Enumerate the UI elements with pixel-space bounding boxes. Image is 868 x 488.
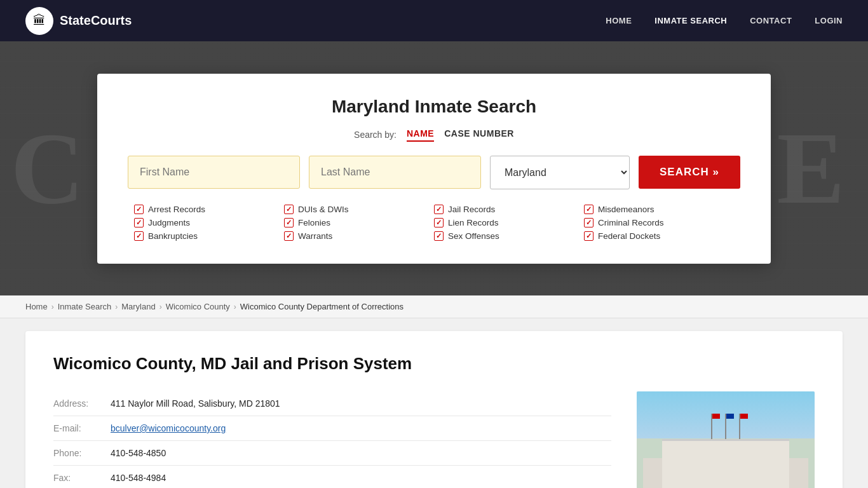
checkbox[interactable] [434, 218, 444, 227]
content-card: Wicomico County, MD Jail and Prison Syst… [25, 331, 843, 488]
search-by-row: Search by: NAME CASE NUMBER [128, 128, 740, 142]
fax-value: 410-548-4984 [111, 466, 611, 489]
facility-photo [637, 391, 815, 488]
check-label: Misdemeanors [598, 205, 654, 214]
check-label: Federal Dockets [598, 231, 660, 241]
checkbox[interactable] [284, 231, 294, 241]
main-nav: HOME INMATE SEARCH CONTACT LOGIN [606, 16, 843, 25]
address-row: Address: 411 Naylor Mill Road, Salisbury… [53, 391, 611, 416]
flagpole-3 [739, 414, 740, 439]
check-item: Misdemeanors [584, 205, 734, 214]
checkbox[interactable] [584, 205, 593, 214]
address-label: Address: [53, 391, 111, 416]
search-button[interactable]: SEARCH » [639, 156, 740, 189]
check-item: Felonies [284, 218, 434, 227]
last-name-input[interactable] [309, 156, 481, 189]
check-item: DUIs & DWIs [284, 205, 434, 214]
check-item: Lien Records [434, 218, 584, 227]
nav-contact[interactable]: CONTACT [750, 16, 792, 25]
email-label: E-mail: [53, 416, 111, 441]
check-item: Bankruptcies [134, 231, 284, 241]
checklist-grid: Arrest RecordsDUIs & DWIsJail RecordsMis… [128, 205, 740, 241]
checkbox[interactable] [284, 218, 294, 227]
flag-3 [740, 414, 748, 419]
email-link[interactable]: bculver@wicomicocounty.org [111, 423, 226, 433]
breadcrumb-current: Wicomico County Department of Correction… [240, 302, 403, 311]
checkbox[interactable] [134, 231, 144, 241]
logo-icon: 🏛 [25, 7, 53, 35]
phone-label: Phone: [53, 441, 111, 466]
hero-section: COURTHOUSE Maryland Inmate Search Search… [0, 41, 868, 295]
check-label: Sex Offenses [448, 231, 499, 241]
check-label: Warrants [298, 231, 332, 241]
phone-value: 410-548-4850 [111, 441, 611, 466]
checkbox[interactable] [584, 218, 593, 227]
facility-body: Address: 411 Naylor Mill Road, Salisbury… [53, 391, 815, 488]
breadcrumb-link[interactable]: Maryland [121, 302, 155, 311]
breadcrumb-link[interactable]: Wicomico County [166, 302, 230, 311]
flag-2 [726, 414, 734, 419]
phone-row: Phone: 410-548-4850 [53, 441, 611, 466]
logo-text: StateCourts [60, 13, 132, 28]
tab-case-number[interactable]: CASE NUMBER [444, 128, 514, 142]
fax-row: Fax: 410-548-4984 [53, 466, 611, 489]
building-main [662, 439, 789, 488]
breadcrumb-separator: › [115, 302, 118, 311]
check-label: DUIs & DWIs [298, 205, 349, 214]
email-row: E-mail: bculver@wicomicocounty.org [53, 416, 611, 441]
state-select[interactable]: AlabamaAlaskaArizonaArkansasCaliforniaCo… [490, 156, 630, 189]
check-label: Jail Records [448, 205, 495, 214]
breadcrumb-separator: › [51, 302, 54, 311]
nav-inmate-search[interactable]: INMATE SEARCH [654, 16, 727, 25]
flag-1 [712, 414, 720, 419]
check-item: Sex Offenses [434, 231, 584, 241]
check-item: Criminal Records [584, 218, 734, 227]
logo[interactable]: 🏛 StateCourts [25, 7, 132, 35]
address-value: 411 Naylor Mill Road, Salisbury, MD 2180… [111, 391, 611, 416]
info-table: Address: 411 Naylor Mill Road, Salisbury… [53, 391, 611, 488]
facility-title: Wicomico County, MD Jail and Prison Syst… [53, 354, 815, 374]
search-by-label: Search by: [354, 130, 397, 140]
check-item: Jail Records [434, 205, 584, 214]
facility-image [637, 391, 815, 488]
checkbox[interactable] [434, 205, 444, 214]
check-label: Lien Records [448, 218, 499, 227]
breadcrumb-separator: › [234, 302, 236, 311]
first-name-input[interactable] [128, 156, 300, 189]
nav-login[interactable]: LOGIN [815, 16, 843, 25]
flagpole-1 [711, 414, 712, 439]
check-label: Judgments [148, 218, 190, 227]
check-label: Bankruptcies [148, 231, 198, 241]
search-card: Maryland Inmate Search Search by: NAME C… [97, 74, 771, 264]
facility-info: Address: 411 Naylor Mill Road, Salisbury… [53, 391, 611, 488]
check-item: Federal Dockets [584, 231, 734, 241]
checkbox[interactable] [134, 218, 144, 227]
breadcrumb: Home›Inmate Search›Maryland›Wicomico Cou… [0, 295, 868, 318]
checkbox[interactable] [284, 205, 294, 214]
check-label: Arrest Records [148, 205, 205, 214]
breadcrumb-separator: › [159, 302, 162, 311]
search-inputs-row: AlabamaAlaskaArizonaArkansasCaliforniaCo… [128, 156, 740, 189]
tab-name[interactable]: NAME [407, 128, 434, 142]
main-content: Wicomico County, MD Jail and Prison Syst… [0, 318, 868, 488]
email-value: bculver@wicomicocounty.org [111, 416, 611, 441]
check-item: Warrants [284, 231, 434, 241]
checkbox[interactable] [134, 205, 144, 214]
breadcrumb-link[interactable]: Home [25, 302, 48, 311]
check-label: Felonies [298, 218, 330, 227]
flagpoles [711, 414, 740, 439]
flagpole-2 [725, 414, 726, 439]
fax-label: Fax: [53, 466, 111, 489]
checkbox[interactable] [434, 231, 444, 241]
checkbox[interactable] [584, 231, 593, 241]
check-label: Criminal Records [598, 218, 664, 227]
nav-home[interactable]: HOME [606, 16, 632, 25]
site-header: 🏛 StateCourts HOME INMATE SEARCH CONTACT… [0, 0, 868, 41]
check-item: Arrest Records [134, 205, 284, 214]
search-title: Maryland Inmate Search [128, 97, 740, 117]
check-item: Judgments [134, 218, 284, 227]
breadcrumb-link[interactable]: Inmate Search [58, 302, 112, 311]
